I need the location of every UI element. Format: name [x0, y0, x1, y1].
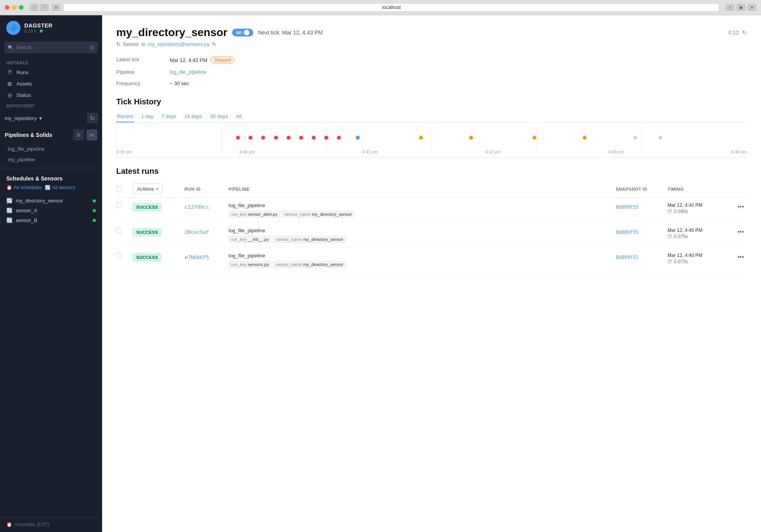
repo-selector: my_repository ▾ ↻	[5, 113, 97, 123]
sidebar-footer[interactable]: ⏰ Automatic (EST)	[0, 517, 102, 532]
run-status-0: SUCCESS	[133, 203, 161, 211]
sidebar-item-status[interactable]: ◎ Status	[0, 89, 102, 101]
run-id-link-0[interactable]: c127d9cc	[185, 204, 209, 210]
filter-7days[interactable]: 7 days	[161, 111, 177, 122]
minimize-button[interactable]	[12, 5, 16, 10]
next-tick: Next tick: Mar 12, 4:43 PM	[258, 29, 323, 36]
back-button[interactable]: ‹	[30, 4, 38, 11]
more-button-1[interactable]: •••	[735, 228, 746, 236]
snapshot-link-2[interactable]: 8b009f55	[616, 255, 638, 260]
pipeline-dag-view[interactable]: ⋈	[86, 129, 97, 140]
pipeline-item-log-file[interactable]: log_file_pipeline	[0, 144, 102, 154]
bookmark-button[interactable]: ⊕	[737, 4, 745, 11]
chart-dot-orange-4[interactable]	[583, 136, 587, 140]
chart-dot-red-9[interactable]	[337, 136, 341, 140]
sidebar-runs-label: Runs	[16, 69, 28, 75]
chart-dot-orange-2[interactable]	[469, 136, 473, 140]
sensor-item-my-directory[interactable]: 🔄 my_directory_sensor	[0, 196, 102, 206]
schedules-sensors-title: Schedules & Sensors	[6, 175, 96, 182]
search-input[interactable]	[5, 42, 97, 53]
tag-1-1: sensor_name my_directory_sensor	[273, 236, 346, 243]
run-checkbox-2[interactable]	[116, 253, 122, 258]
clock-icon-2: ⏱	[668, 259, 672, 264]
sensor-active-dot-my-directory	[93, 199, 96, 202]
snapshot-link-1[interactable]: 8b009f55	[616, 230, 638, 235]
view-toggle-button[interactable]: ⊞	[52, 4, 60, 11]
header-timer: 0:12	[728, 29, 739, 36]
sidebar-assets-label: Assets	[16, 81, 32, 87]
toggle-circle	[244, 30, 249, 35]
more-button-0[interactable]: •••	[735, 202, 746, 211]
tag-key-2-1: sensor_name	[276, 262, 302, 267]
sidebar-item-runs[interactable]: ⏱ Runs	[0, 67, 102, 78]
new-tab-button[interactable]: +	[748, 4, 756, 11]
chart-dot-orange-3[interactable]	[532, 136, 536, 140]
repo-name[interactable]: my_repository ▾	[5, 115, 42, 121]
header-right: 0:12 ↻	[728, 29, 747, 36]
sidebar-status-label: Status	[16, 92, 31, 98]
actions-button[interactable]: Actions ▾	[133, 184, 163, 194]
snapshot-link-0[interactable]: 8b009f55	[616, 204, 638, 210]
ss-links: ⏰ All schedules 🔄 All sensors	[6, 185, 96, 190]
filter-1day[interactable]: 1 day	[140, 111, 154, 122]
select-all-checkbox[interactable]	[116, 186, 122, 192]
timing-duration-1: ⏱ 0.075s	[668, 234, 730, 239]
sensor-name-a: sensor_A	[16, 208, 37, 213]
subtitle-in: in	[141, 41, 145, 47]
subtitle-refresh-icon[interactable]: ↻	[212, 41, 216, 47]
chart-dot-red-8[interactable]	[324, 136, 328, 140]
maximize-button[interactable]	[19, 5, 24, 10]
chart-dot-red-6[interactable]	[299, 136, 303, 140]
pipelines-icons: ⊞ ⋈	[73, 129, 97, 140]
col-header-snapshot: SNAPSHOT ID	[616, 187, 663, 191]
filter-30days[interactable]: 30 days	[209, 111, 229, 122]
pipelines-title: Pipelines & Solids	[5, 132, 52, 138]
run-checkbox-1[interactable]	[116, 228, 122, 233]
tags-row-2: run_key sensors.py sensor_name my_direct…	[229, 261, 611, 268]
logo-text: DAGSTER 0.10.8	[24, 22, 53, 33]
traffic-lights	[5, 5, 24, 10]
run-checkbox-0[interactable]	[116, 202, 122, 208]
status-toggle[interactable]: on	[232, 29, 253, 36]
share-button[interactable]: ↑	[726, 4, 734, 11]
sensor-icon-b: 🔄	[6, 217, 13, 223]
filter-recent[interactable]: Recent	[116, 111, 134, 122]
run-row-0: SUCCESS c127d9cc log_file_pipeline run_k…	[116, 198, 747, 223]
sensors-icon: 🔄	[45, 185, 51, 190]
chart-dot-blue-1[interactable]	[356, 136, 360, 140]
chart-dot-red-4[interactable]	[274, 136, 278, 140]
chart-dot-orange-1[interactable]	[419, 136, 423, 140]
close-button[interactable]	[5, 5, 9, 10]
forward-button[interactable]: ›	[40, 4, 49, 11]
chart-dot-red-3[interactable]	[261, 136, 265, 140]
more-button-2[interactable]: •••	[735, 253, 746, 261]
pipeline-link[interactable]: log_file_pipeline	[170, 69, 206, 75]
repo-refresh-button[interactable]: ↻	[87, 113, 97, 123]
pipeline-grid-view[interactable]: ⊞	[73, 129, 84, 140]
refresh-icon[interactable]: ↻	[742, 29, 747, 36]
chart-dot-red-7[interactable]	[312, 136, 316, 140]
chart-dot-red-5[interactable]	[287, 136, 291, 140]
run-id-link-2[interactable]: e7b666f5	[185, 254, 209, 260]
filter-all[interactable]: All	[235, 111, 242, 122]
chart-dot-gray-2[interactable]	[659, 136, 662, 140]
all-schedules-link[interactable]: ⏰ All schedules	[6, 185, 42, 190]
timing-date-1: Mar 12, 4:40 PM	[668, 228, 730, 233]
sensor-item-sensor-b[interactable]: 🔄 sensor_B	[0, 215, 102, 225]
app-version: 0.10.8	[24, 29, 37, 33]
filter-14days[interactable]: 14 days	[183, 111, 203, 122]
chart-dot-red-2[interactable]	[249, 136, 252, 140]
address-bar[interactable]: localhost	[64, 3, 719, 12]
sidebar-item-assets[interactable]: ⊞ Assets	[0, 78, 102, 89]
timezone-label: Automatic (EST)	[15, 522, 49, 527]
sensor-item-sensor-a[interactable]: 🔄 sensor_A	[0, 206, 102, 215]
pipeline-item-my-pipeline[interactable]: my_pipeline	[0, 154, 102, 165]
subtitle-file-link[interactable]: my_repository@sensors.py	[148, 41, 210, 47]
all-sensors-link[interactable]: 🔄 All sensors	[45, 185, 75, 190]
repo-dropdown-icon: ▾	[39, 115, 42, 121]
subtitle-type: Sensor	[123, 41, 139, 47]
tag-key-1-1: sensor_name	[276, 237, 302, 242]
chart-dot-gray-1[interactable]	[633, 136, 637, 140]
run-id-link-1[interactable]: 20cec5af	[185, 229, 209, 235]
chart-dot-red-1[interactable]	[236, 136, 240, 140]
